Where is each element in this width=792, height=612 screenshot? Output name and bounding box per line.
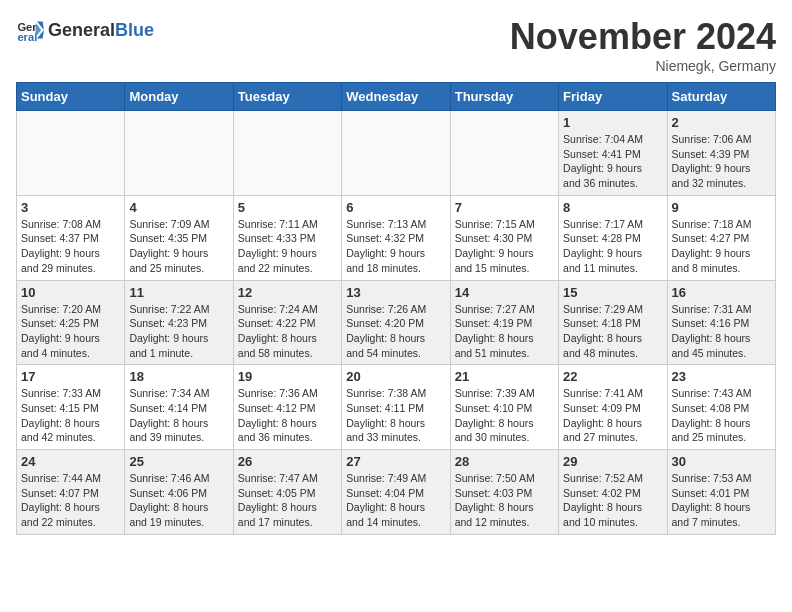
calendar-header-row: SundayMondayTuesdayWednesdayThursdayFrid…: [17, 83, 776, 111]
day-number: 5: [238, 200, 337, 215]
calendar-day-cell: 14Sunrise: 7:27 AM Sunset: 4:19 PM Dayli…: [450, 280, 558, 365]
day-info: Sunrise: 7:20 AM Sunset: 4:25 PM Dayligh…: [21, 302, 120, 361]
day-number: 19: [238, 369, 337, 384]
calendar-day-cell: 8Sunrise: 7:17 AM Sunset: 4:28 PM Daylig…: [559, 195, 667, 280]
day-info: Sunrise: 7:13 AM Sunset: 4:32 PM Dayligh…: [346, 217, 445, 276]
day-number: 13: [346, 285, 445, 300]
day-info: Sunrise: 7:34 AM Sunset: 4:14 PM Dayligh…: [129, 386, 228, 445]
day-info: Sunrise: 7:08 AM Sunset: 4:37 PM Dayligh…: [21, 217, 120, 276]
day-number: 11: [129, 285, 228, 300]
day-number: 17: [21, 369, 120, 384]
calendar-day-cell: [17, 111, 125, 196]
weekday-header: Friday: [559, 83, 667, 111]
weekday-header: Monday: [125, 83, 233, 111]
calendar-day-cell: [125, 111, 233, 196]
day-number: 14: [455, 285, 554, 300]
calendar-day-cell: 11Sunrise: 7:22 AM Sunset: 4:23 PM Dayli…: [125, 280, 233, 365]
day-info: Sunrise: 7:39 AM Sunset: 4:10 PM Dayligh…: [455, 386, 554, 445]
day-info: Sunrise: 7:06 AM Sunset: 4:39 PM Dayligh…: [672, 132, 771, 191]
weekday-header: Tuesday: [233, 83, 341, 111]
day-number: 23: [672, 369, 771, 384]
calendar-day-cell: 28Sunrise: 7:50 AM Sunset: 4:03 PM Dayli…: [450, 450, 558, 535]
day-info: Sunrise: 7:36 AM Sunset: 4:12 PM Dayligh…: [238, 386, 337, 445]
day-info: Sunrise: 7:24 AM Sunset: 4:22 PM Dayligh…: [238, 302, 337, 361]
day-number: 24: [21, 454, 120, 469]
calendar-day-cell: 10Sunrise: 7:20 AM Sunset: 4:25 PM Dayli…: [17, 280, 125, 365]
day-number: 12: [238, 285, 337, 300]
day-number: 1: [563, 115, 662, 130]
calendar-day-cell: 2Sunrise: 7:06 AM Sunset: 4:39 PM Daylig…: [667, 111, 775, 196]
day-info: Sunrise: 7:04 AM Sunset: 4:41 PM Dayligh…: [563, 132, 662, 191]
day-info: Sunrise: 7:27 AM Sunset: 4:19 PM Dayligh…: [455, 302, 554, 361]
day-info: Sunrise: 7:31 AM Sunset: 4:16 PM Dayligh…: [672, 302, 771, 361]
calendar-day-cell: 25Sunrise: 7:46 AM Sunset: 4:06 PM Dayli…: [125, 450, 233, 535]
calendar-day-cell: 18Sunrise: 7:34 AM Sunset: 4:14 PM Dayli…: [125, 365, 233, 450]
header: Gen eral General Blue November 2024 Niem…: [16, 16, 776, 74]
calendar-day-cell: 17Sunrise: 7:33 AM Sunset: 4:15 PM Dayli…: [17, 365, 125, 450]
calendar-week-row: 24Sunrise: 7:44 AM Sunset: 4:07 PM Dayli…: [17, 450, 776, 535]
day-number: 28: [455, 454, 554, 469]
calendar-day-cell: 22Sunrise: 7:41 AM Sunset: 4:09 PM Dayli…: [559, 365, 667, 450]
calendar-day-cell: 13Sunrise: 7:26 AM Sunset: 4:20 PM Dayli…: [342, 280, 450, 365]
day-info: Sunrise: 7:44 AM Sunset: 4:07 PM Dayligh…: [21, 471, 120, 530]
day-info: Sunrise: 7:22 AM Sunset: 4:23 PM Dayligh…: [129, 302, 228, 361]
day-number: 10: [21, 285, 120, 300]
calendar-day-cell: 24Sunrise: 7:44 AM Sunset: 4:07 PM Dayli…: [17, 450, 125, 535]
day-number: 20: [346, 369, 445, 384]
day-info: Sunrise: 7:53 AM Sunset: 4:01 PM Dayligh…: [672, 471, 771, 530]
calendar-day-cell: 19Sunrise: 7:36 AM Sunset: 4:12 PM Dayli…: [233, 365, 341, 450]
calendar-day-cell: 27Sunrise: 7:49 AM Sunset: 4:04 PM Dayli…: [342, 450, 450, 535]
day-number: 3: [21, 200, 120, 215]
calendar-day-cell: 16Sunrise: 7:31 AM Sunset: 4:16 PM Dayli…: [667, 280, 775, 365]
calendar-day-cell: 9Sunrise: 7:18 AM Sunset: 4:27 PM Daylig…: [667, 195, 775, 280]
calendar-day-cell: 7Sunrise: 7:15 AM Sunset: 4:30 PM Daylig…: [450, 195, 558, 280]
calendar-day-cell: [233, 111, 341, 196]
day-number: 29: [563, 454, 662, 469]
calendar-day-cell: [342, 111, 450, 196]
calendar-week-row: 17Sunrise: 7:33 AM Sunset: 4:15 PM Dayli…: [17, 365, 776, 450]
month-title: November 2024: [510, 16, 776, 58]
day-number: 18: [129, 369, 228, 384]
calendar-day-cell: 12Sunrise: 7:24 AM Sunset: 4:22 PM Dayli…: [233, 280, 341, 365]
day-number: 9: [672, 200, 771, 215]
day-info: Sunrise: 7:52 AM Sunset: 4:02 PM Dayligh…: [563, 471, 662, 530]
calendar-day-cell: 1Sunrise: 7:04 AM Sunset: 4:41 PM Daylig…: [559, 111, 667, 196]
calendar-day-cell: 4Sunrise: 7:09 AM Sunset: 4:35 PM Daylig…: [125, 195, 233, 280]
day-info: Sunrise: 7:38 AM Sunset: 4:11 PM Dayligh…: [346, 386, 445, 445]
calendar-week-row: 10Sunrise: 7:20 AM Sunset: 4:25 PM Dayli…: [17, 280, 776, 365]
logo-text: General Blue: [48, 20, 154, 41]
weekday-header: Sunday: [17, 83, 125, 111]
calendar-day-cell: [450, 111, 558, 196]
day-info: Sunrise: 7:11 AM Sunset: 4:33 PM Dayligh…: [238, 217, 337, 276]
calendar-week-row: 1Sunrise: 7:04 AM Sunset: 4:41 PM Daylig…: [17, 111, 776, 196]
calendar-day-cell: 21Sunrise: 7:39 AM Sunset: 4:10 PM Dayli…: [450, 365, 558, 450]
calendar-day-cell: 29Sunrise: 7:52 AM Sunset: 4:02 PM Dayli…: [559, 450, 667, 535]
calendar-day-cell: 26Sunrise: 7:47 AM Sunset: 4:05 PM Dayli…: [233, 450, 341, 535]
day-info: Sunrise: 7:17 AM Sunset: 4:28 PM Dayligh…: [563, 217, 662, 276]
day-number: 2: [672, 115, 771, 130]
calendar: SundayMondayTuesdayWednesdayThursdayFrid…: [16, 82, 776, 535]
weekday-header: Wednesday: [342, 83, 450, 111]
day-number: 30: [672, 454, 771, 469]
day-info: Sunrise: 7:47 AM Sunset: 4:05 PM Dayligh…: [238, 471, 337, 530]
calendar-day-cell: 15Sunrise: 7:29 AM Sunset: 4:18 PM Dayli…: [559, 280, 667, 365]
calendar-day-cell: 20Sunrise: 7:38 AM Sunset: 4:11 PM Dayli…: [342, 365, 450, 450]
day-number: 27: [346, 454, 445, 469]
day-number: 7: [455, 200, 554, 215]
calendar-week-row: 3Sunrise: 7:08 AM Sunset: 4:37 PM Daylig…: [17, 195, 776, 280]
day-number: 15: [563, 285, 662, 300]
day-number: 25: [129, 454, 228, 469]
location: Niemegk, Germany: [510, 58, 776, 74]
day-info: Sunrise: 7:50 AM Sunset: 4:03 PM Dayligh…: [455, 471, 554, 530]
calendar-day-cell: 6Sunrise: 7:13 AM Sunset: 4:32 PM Daylig…: [342, 195, 450, 280]
calendar-day-cell: 30Sunrise: 7:53 AM Sunset: 4:01 PM Dayli…: [667, 450, 775, 535]
day-info: Sunrise: 7:33 AM Sunset: 4:15 PM Dayligh…: [21, 386, 120, 445]
day-number: 26: [238, 454, 337, 469]
day-info: Sunrise: 7:49 AM Sunset: 4:04 PM Dayligh…: [346, 471, 445, 530]
logo-icon: Gen eral: [16, 16, 44, 44]
day-info: Sunrise: 7:46 AM Sunset: 4:06 PM Dayligh…: [129, 471, 228, 530]
day-info: Sunrise: 7:15 AM Sunset: 4:30 PM Dayligh…: [455, 217, 554, 276]
day-number: 6: [346, 200, 445, 215]
day-number: 16: [672, 285, 771, 300]
calendar-day-cell: 5Sunrise: 7:11 AM Sunset: 4:33 PM Daylig…: [233, 195, 341, 280]
